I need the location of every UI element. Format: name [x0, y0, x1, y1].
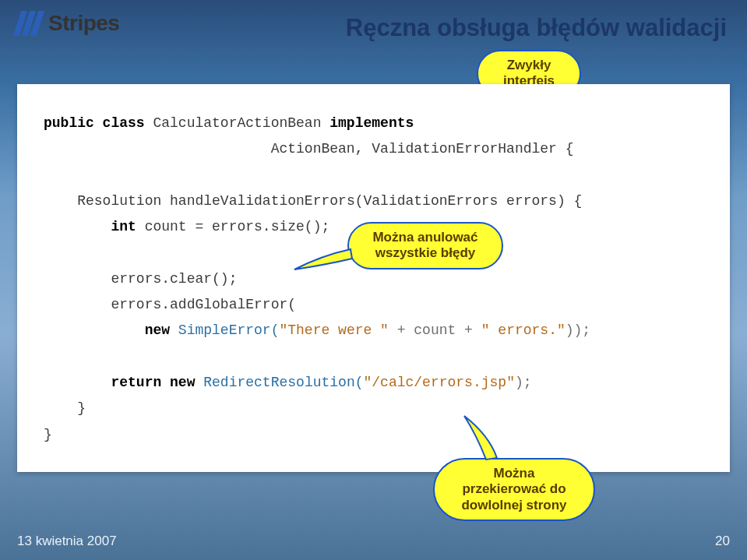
callout-tail-icon — [467, 416, 514, 463]
callout-redirect: Można przekierować do dowlolnej strony — [433, 458, 595, 521]
code-token: return new — [111, 375, 195, 390]
code-token: } — [77, 400, 86, 416]
code-token: CalculatorActionBean — [145, 115, 330, 131]
callout-line: przekierować do — [462, 481, 566, 496]
code-token: int — [111, 219, 136, 234]
callout-tail-icon — [294, 249, 357, 280]
code-token: count = errors.size(); — [136, 219, 329, 234]
callout-clear-errors: Można anulować wszystkie błędy — [347, 222, 503, 269]
code-block: public class CalculatorActionBean implem… — [44, 111, 703, 448]
footer-date: 13 kwietnia 2007 — [17, 534, 117, 549]
slide-header: Stripes Ręczna obsługa błędów walidacji — [0, 0, 747, 47]
code-token: Resolution handleValidationErrors(Valida… — [77, 193, 582, 209]
slide-title: Ręczna obsługa błędów walidacji — [346, 14, 727, 42]
code-token: errors.clear(); — [111, 271, 237, 287]
code-token: public class — [44, 115, 145, 131]
code-token: "There were " — [279, 322, 388, 338]
code-token: ); — [515, 375, 532, 390]
code-token: "/calc/errors.jsp" — [364, 375, 515, 390]
code-token: ActionBean, ValidationErrorHandler { — [271, 141, 574, 157]
code-token: implements — [329, 115, 414, 131]
callout-line: dowlolnej strony — [461, 498, 566, 512]
slide-footer: 13 kwietnia 2007 20 — [17, 534, 730, 549]
logo-bars-icon — [13, 11, 44, 36]
footer-page: 20 — [715, 534, 730, 549]
code-token: errors.addGlobalError( — [111, 297, 296, 312]
code-card: public class CalculatorActionBean implem… — [17, 84, 730, 472]
callout-line: Można anulować — [372, 230, 477, 245]
code-token: RedirectResolution( — [195, 375, 363, 390]
code-token: } — [44, 427, 52, 442]
logo: Stripes — [17, 11, 119, 36]
callout-line: wszystkie błędy — [375, 245, 476, 260]
callout-line: Zwykły — [507, 58, 551, 72]
code-token: + count + — [389, 322, 481, 338]
code-token: new — [145, 322, 170, 338]
code-token: )); — [566, 322, 590, 338]
code-token: " errors." — [481, 322, 566, 338]
logo-text: Stripes — [48, 11, 119, 36]
code-token: SimpleError( — [170, 322, 279, 338]
callout-line: Można — [494, 466, 535, 481]
